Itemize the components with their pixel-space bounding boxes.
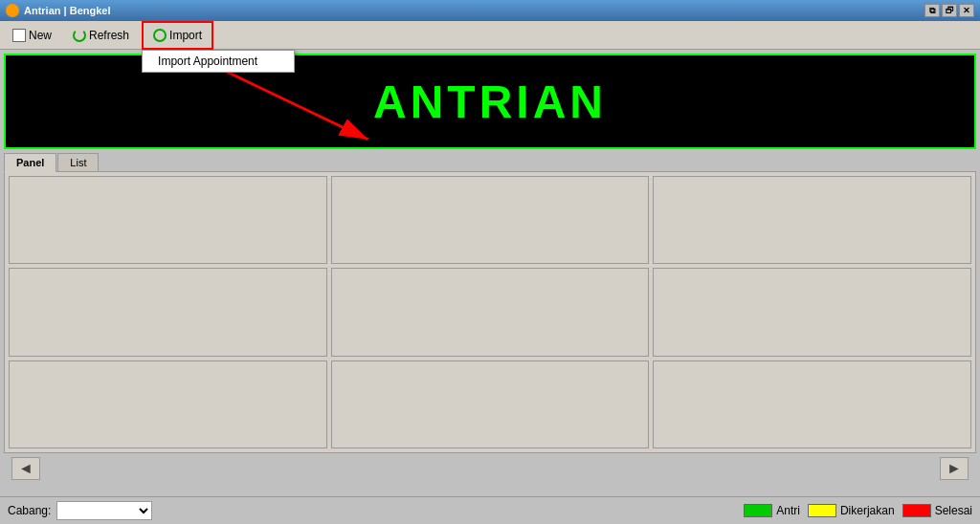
grid-cell-1-2	[331, 176, 650, 264]
grid-cell-2-2	[331, 268, 650, 356]
new-icon	[12, 29, 26, 42]
main-area: ANTRIAN Panel List	[0, 50, 980, 488]
import-button[interactable]: Import	[145, 24, 211, 47]
banner-title: ANTRIAN	[373, 76, 607, 128]
grid-cell-3-3	[653, 360, 971, 448]
restore2-btn[interactable]: 🗗	[942, 4, 957, 17]
tab-panel[interactable]: Panel	[4, 153, 56, 172]
app-icon	[6, 4, 19, 17]
tab-panel-label: Panel	[16, 157, 44, 168]
window-title: Antrian | Bengkel	[24, 5, 110, 16]
next-icon: ►	[947, 460, 962, 477]
tab-list[interactable]: List	[57, 153, 99, 172]
antri-color	[744, 504, 772, 517]
import-container: Import Import Appointment	[142, 21, 213, 50]
grid-cell-3-2	[331, 360, 650, 448]
new-label: New	[29, 29, 52, 42]
grid-cell-2-1	[9, 268, 327, 356]
grid-cell-1-3	[653, 176, 971, 264]
toolbar: New Refresh Import Import Appointment	[0, 21, 980, 50]
cabang-label: Cabang:	[8, 504, 51, 517]
next-arrow[interactable]: ►	[940, 457, 969, 480]
legend-dikerjakan: Dikerjakan	[808, 504, 895, 517]
legend: Antri Dikerjakan Selesai	[744, 504, 972, 517]
dikerjakan-color	[808, 504, 836, 517]
refresh-icon	[73, 29, 86, 42]
import-appointment-item[interactable]: Import Appointment	[143, 51, 294, 72]
grid-cell-2-3	[653, 268, 971, 356]
selesai-color	[902, 504, 931, 517]
grid-panel	[4, 171, 976, 453]
grid-cell-1-1	[9, 176, 327, 264]
title-bar: Antrian | Bengkel ⧉ 🗗 ✕	[0, 0, 980, 21]
grid	[9, 176, 971, 448]
cabang-select[interactable]	[56, 501, 152, 520]
legend-selesai: Selesai	[902, 504, 972, 517]
tabs-area: Panel List	[4, 153, 976, 453]
status-bar: Cabang: Antri Dikerjakan Selesai	[0, 496, 980, 524]
import-label: Import	[169, 29, 202, 42]
import-highlight: Import	[142, 21, 213, 50]
prev-arrow[interactable]: ◄	[11, 457, 40, 480]
legend-antri: Antri	[744, 504, 800, 517]
close-btn[interactable]: ✕	[959, 4, 974, 17]
import-icon	[153, 29, 167, 42]
title-controls: ⧉ 🗗 ✕	[924, 4, 974, 17]
tab-bar: Panel List	[4, 153, 976, 172]
prev-icon: ◄	[18, 460, 33, 477]
selesai-label: Selesai	[935, 504, 972, 517]
dikerjakan-label: Dikerjakan	[840, 504, 895, 517]
refresh-button[interactable]: Refresh	[64, 24, 138, 47]
nav-bar: ◄ ►	[4, 453, 976, 484]
refresh-label: Refresh	[89, 29, 129, 42]
import-dropdown: Import Appointment	[142, 50, 295, 73]
tab-list-label: List	[70, 157, 86, 168]
antri-label: Antri	[776, 504, 800, 517]
grid-cell-3-1	[9, 360, 327, 448]
new-button[interactable]: New	[4, 24, 60, 47]
restore-btn[interactable]: ⧉	[924, 4, 940, 17]
